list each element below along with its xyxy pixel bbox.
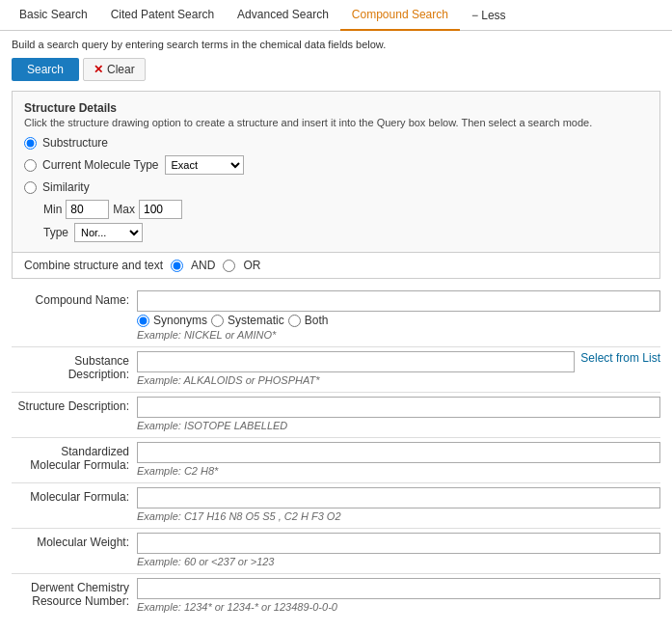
molecule-type-radio-row: Current Molecule Type Exact Tautomer Res… <box>24 155 648 175</box>
molecule-type-radio[interactable] <box>24 159 37 172</box>
similarity-label: Similarity <box>42 180 90 194</box>
molecular-formula-label: Molecular Formula: <box>12 487 137 504</box>
synonyms-label: Synonyms <box>153 314 207 327</box>
form-section: Compound Name: Synonyms Systematic Both … <box>12 279 660 626</box>
std-molecular-formula-hint: Example: C2 H8* <box>137 465 660 477</box>
tab-advanced[interactable]: Advanced Search <box>226 0 340 31</box>
similarity-type-select[interactable]: Nor... Tversky Tanimoto <box>74 223 143 242</box>
std-molecular-formula-input[interactable] <box>137 442 660 463</box>
action-buttons: Search ✕ Clear <box>12 58 660 81</box>
main-content: Build a search query by entering search … <box>0 31 672 632</box>
derwent-chemistry-label: Derwent Chemistry Resource Number: <box>12 578 137 608</box>
tab-compound[interactable]: Compound Search <box>340 0 460 31</box>
structure-description-hint: Example: ISOTOPE LABELLED <box>137 420 660 431</box>
compound-name-col: Synonyms Systematic Both Example: NICKEL… <box>137 290 660 341</box>
molecule-type-label: Current Molecule Type <box>42 158 159 172</box>
search-button[interactable]: Search <box>12 58 79 81</box>
structure-description-input[interactable] <box>137 397 660 418</box>
combine-label: Combine structure and text <box>24 259 163 272</box>
similarity-type-row: Type Nor... Tversky Tanimoto <box>43 223 648 242</box>
molecular-weight-col: Example: 60 or <237 or >123 <box>137 533 660 567</box>
similarity-min-input[interactable] <box>66 200 109 219</box>
molecular-formula-col: Example: C17 H16 N8 O5 S5 , C2 H F3 O2 <box>137 487 660 522</box>
molecular-formula-input[interactable] <box>137 487 660 508</box>
compound-name-radio-group: Synonyms Systematic Both <box>137 314 660 327</box>
clear-button[interactable]: ✕ Clear <box>83 58 146 81</box>
molecule-type-select[interactable]: Exact Tautomer Resonance <box>165 155 244 175</box>
type-label: Type <box>43 226 68 239</box>
substance-description-hint: Example: ALKALOIDS or PHOSPHAT* <box>137 374 660 386</box>
substance-description-label: Substance Description: <box>12 351 137 381</box>
substance-input-row: Select from List <box>137 351 660 372</box>
structure-description-row: Structure Description: Example: ISOTOPE … <box>12 393 660 435</box>
substance-description-row: Substance Description: Select from List … <box>12 347 660 390</box>
compound-name-row: Compound Name: Synonyms Systematic Both … <box>12 287 660 344</box>
compound-name-label: Compound Name: <box>12 290 137 307</box>
derwent-chemistry-col: Example: 1234* or 1234-* or 123489-0-0-0 <box>137 578 660 613</box>
combine-and-label: AND <box>191 259 215 272</box>
instruction-text: Build a search query by entering search … <box>12 39 660 50</box>
tab-basic[interactable]: Basic Search <box>8 0 99 31</box>
tab-cited[interactable]: Cited Patent Search <box>99 0 226 31</box>
structure-title: Structure Details <box>24 101 648 115</box>
tab-less[interactable]: − Less <box>460 1 518 30</box>
clear-x-icon: ✕ <box>94 63 103 76</box>
std-molecular-formula-label: Standardized Molecular Formula: <box>12 442 137 472</box>
similarity-radio-row: Similarity <box>24 180 648 194</box>
max-label: Max <box>113 203 135 216</box>
min-label: Min <box>43 203 62 216</box>
structure-details-box: Structure Details Click the structure dr… <box>12 91 660 253</box>
combine-and-radio[interactable] <box>171 260 183 272</box>
molecular-weight-input[interactable] <box>137 533 660 554</box>
substructure-radio-row: Substructure <box>24 136 648 150</box>
synonyms-radio[interactable] <box>137 315 149 327</box>
derwent-chemistry-hint: Example: 1234* or 1234-* or 123489-0-0-0 <box>137 601 660 613</box>
substance-input-wrap <box>137 351 575 372</box>
similarity-min-max-row: Min Max <box>43 200 648 219</box>
structure-description-col: Example: ISOTOPE LABELLED <box>137 397 660 431</box>
combine-row: Combine structure and text AND OR <box>12 253 660 279</box>
molecular-weight-hint: Example: 60 or <237 or >123 <box>137 556 660 567</box>
both-radio[interactable] <box>288 315 301 327</box>
clear-label: Clear <box>107 63 135 76</box>
compound-name-input[interactable] <box>137 290 660 312</box>
combine-or-label: OR <box>243 259 260 272</box>
substructure-label: Substructure <box>42 136 108 150</box>
similarity-max-input[interactable] <box>139 200 182 219</box>
molecular-weight-row: Molecular Weight: Example: 60 or <237 or… <box>12 529 660 571</box>
molecular-formula-hint: Example: C17 H16 N8 O5 S5 , C2 H F3 O2 <box>137 510 660 522</box>
combine-or-radio[interactable] <box>223 260 235 272</box>
molecular-weight-label: Molecular Weight: <box>12 533 137 549</box>
compound-name-hint: Example: NICKEL or AMINO* <box>137 329 660 341</box>
select-from-list-link[interactable]: Select from List <box>580 351 660 365</box>
molecular-formula-row: Molecular Formula: Example: C17 H16 N8 O… <box>12 483 660 526</box>
substance-description-input[interactable] <box>137 351 575 372</box>
std-molecular-formula-row: Standardized Molecular Formula: Example:… <box>12 438 660 481</box>
both-label: Both <box>305 314 329 327</box>
structure-description-label: Structure Description: <box>12 397 137 413</box>
structure-description: Click the structure drawing option to cr… <box>24 117 648 128</box>
systematic-label: Systematic <box>228 314 284 327</box>
std-molecular-formula-col: Example: C2 H8* <box>137 442 660 477</box>
systematic-radio[interactable] <box>211 315 224 327</box>
derwent-chemistry-input[interactable] <box>137 578 660 599</box>
substance-description-col: Select from List Example: ALKALOIDS or P… <box>137 351 660 386</box>
nav-tabs: Basic Search Cited Patent Search Advance… <box>0 0 672 31</box>
substructure-radio[interactable] <box>24 137 37 150</box>
derwent-chemistry-row: Derwent Chemistry Resource Number: Examp… <box>12 574 660 617</box>
similarity-radio[interactable] <box>24 181 37 194</box>
